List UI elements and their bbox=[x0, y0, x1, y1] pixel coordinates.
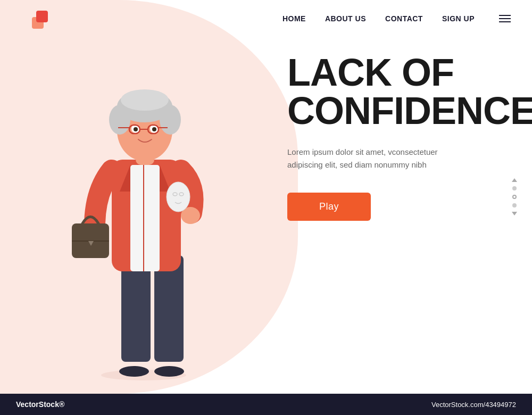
svg-point-18 bbox=[109, 105, 130, 135]
hamburger-line-3 bbox=[499, 21, 511, 22]
scroll-dot-3[interactable] bbox=[512, 203, 517, 208]
nav-about[interactable]: ABOUT US bbox=[325, 14, 366, 23]
svg-point-19 bbox=[160, 105, 181, 135]
svg-point-3 bbox=[119, 366, 149, 377]
hamburger-line-2 bbox=[499, 18, 511, 19]
footer: VectorStock® VectorStock.com/43494972 bbox=[0, 394, 532, 415]
svg-point-28 bbox=[134, 127, 138, 131]
description-text: Lorem ipsum dolor sit amet, vconsectetue… bbox=[287, 146, 447, 171]
headline: LACK OF CONFIDENCE bbox=[287, 53, 500, 130]
hamburger-line-1 bbox=[499, 15, 511, 16]
hero-content: LACK OF CONFIDENCE Lorem ipsum dolor sit… bbox=[287, 53, 500, 221]
svg-point-30 bbox=[167, 182, 190, 212]
nav-signup[interactable]: SIGN UP bbox=[442, 14, 475, 23]
svg-point-4 bbox=[154, 366, 184, 377]
svg-point-20 bbox=[121, 89, 169, 111]
nav-links: HOME ABOUT US CONTACT SIGN UP bbox=[282, 14, 511, 23]
scroll-dot-1[interactable] bbox=[512, 186, 517, 190]
svg-point-29 bbox=[152, 127, 156, 131]
scroll-up-arrow[interactable] bbox=[512, 178, 517, 182]
svg-rect-6 bbox=[130, 165, 160, 271]
scroll-down-arrow[interactable] bbox=[512, 212, 517, 215]
footer-url: VectorStock.com/43494972 bbox=[431, 401, 516, 409]
hamburger-menu[interactable] bbox=[499, 15, 511, 22]
character-illustration bbox=[43, 43, 245, 383]
navbar: HOME ABOUT US CONTACT SIGN UP bbox=[0, 0, 532, 37]
nav-contact[interactable]: CONTACT bbox=[385, 14, 423, 23]
nav-home[interactable]: HOME bbox=[282, 14, 306, 23]
footer-brand: VectorStock® bbox=[16, 400, 64, 409]
scroll-dot-2[interactable] bbox=[512, 195, 517, 199]
play-button[interactable]: Play bbox=[287, 193, 371, 221]
scroll-indicator bbox=[512, 178, 517, 215]
